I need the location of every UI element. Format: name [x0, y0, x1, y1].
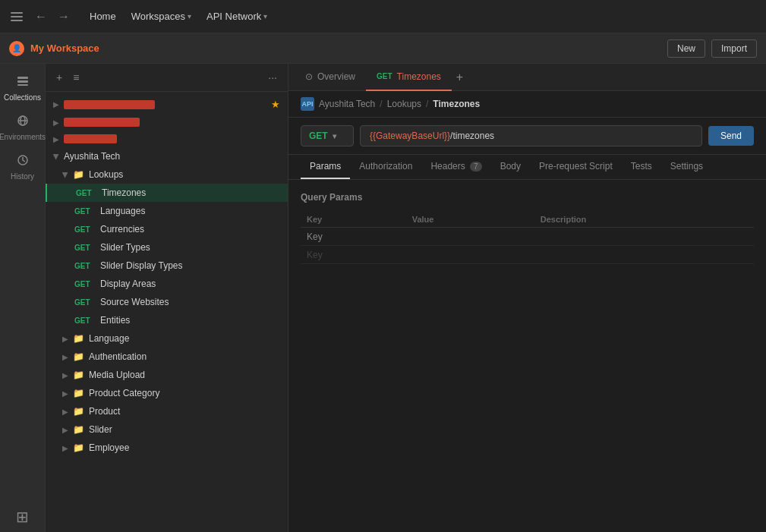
api-network-label: API Network	[206, 11, 261, 22]
list-item-source-websites[interactable]: GET Source Websites	[46, 293, 288, 311]
home-link[interactable]: Home	[84, 8, 122, 25]
chevron-right-icon: ▶	[53, 135, 59, 143]
folder-icon: 📁	[73, 442, 84, 453]
list-item-entities[interactable]: GET Entities	[46, 311, 288, 329]
param-key-placeholder[interactable]: Key	[307, 250, 323, 260]
list-item-employee[interactable]: ▶ 📁 Employee	[46, 439, 288, 457]
authorization-label: Authorization	[359, 161, 412, 172]
request-name: Currencies	[100, 224, 144, 235]
collection-name: Ayushita Tech	[64, 151, 120, 162]
tab-overview[interactable]: ⊙ Overview	[295, 64, 366, 91]
workspaces-link[interactable]: Workspaces ▾	[125, 8, 197, 25]
chevron-right-icon: ▶	[62, 426, 68, 434]
add-collection-button[interactable]: +	[53, 70, 65, 85]
sidebar-item-collections[interactable]: Collections	[5, 70, 41, 106]
folder-name: Lookups	[89, 169, 123, 180]
list-item-slider-display-types[interactable]: GET Slider Display Types	[46, 257, 288, 275]
list-item[interactable]: ▶	[46, 131, 288, 147]
tab-body[interactable]: Body	[491, 155, 530, 179]
chevron-right-icon: ▶	[62, 444, 68, 452]
chevron-down-icon: ▶	[52, 153, 61, 159]
get-badge: GET	[74, 298, 96, 307]
list-item-slider-types[interactable]: GET Slider Types	[46, 238, 288, 257]
folder-name: Product	[89, 406, 120, 417]
folder-name: Slider	[89, 424, 112, 435]
chevron-right-icon: ▶	[62, 371, 68, 379]
list-item[interactable]: ▶ ★	[46, 95, 288, 114]
tab-bar: ⊙ Overview GET Timezones +	[288, 64, 766, 91]
collections-icon	[16, 74, 30, 91]
list-item-display-areas[interactable]: GET Display Areas	[46, 275, 288, 293]
overview-icon: ⊙	[305, 71, 313, 82]
list-item[interactable]: ▶	[46, 114, 288, 131]
workspaces-chevron-icon: ▾	[188, 12, 191, 20]
sidebar-item-environments[interactable]: Environments	[5, 109, 41, 146]
history-icon	[16, 153, 30, 170]
import-button[interactable]: Import	[711, 39, 757, 58]
forward-button[interactable]: →	[55, 8, 73, 26]
list-item-media-upload[interactable]: ▶ 📁 Media Upload	[46, 366, 288, 384]
request-name: Timezones	[102, 187, 146, 198]
table-row: Key	[301, 246, 754, 264]
param-key[interactable]: Key	[307, 231, 323, 242]
breadcrumb-workspace[interactable]: Ayushita Tech	[319, 99, 375, 109]
new-button[interactable]: New	[667, 39, 705, 58]
folder-icon: 📁	[73, 169, 84, 180]
chevron-right-icon: ▶	[62, 389, 68, 398]
folder-icon: 📁	[73, 406, 84, 417]
icon-sidebar: Collections Environments History	[0, 64, 46, 532]
list-item-timezones[interactable]: GET Timezones	[46, 184, 288, 202]
tab-tests[interactable]: Tests	[622, 155, 661, 179]
tab-headers[interactable]: Headers 7	[421, 155, 490, 179]
back-button[interactable]: ←	[32, 8, 50, 26]
folder-icon: 📁	[73, 351, 84, 362]
redacted-collection	[64, 100, 155, 109]
request-name: Slider Display Types	[100, 260, 183, 271]
list-item-product-category[interactable]: ▶ 📁 Product Category	[46, 384, 288, 402]
list-item-language[interactable]: ▶ 📁 Language	[46, 329, 288, 348]
tab-prerequest[interactable]: Pre-request Script	[530, 155, 622, 179]
list-item-slider[interactable]: ▶ 📁 Slider	[46, 420, 288, 439]
tab-params[interactable]: Params	[301, 155, 350, 179]
description-column-header: Description	[534, 212, 754, 228]
svg-rect-4	[17, 80, 28, 83]
sidebar-item-new[interactable]: ⊞	[5, 503, 41, 532]
tab-authorization[interactable]: Authorization	[350, 155, 421, 179]
sidebar-toolbar: + ≡ ···	[46, 64, 288, 92]
menu-icon[interactable]	[9, 9, 24, 24]
list-item-authentication[interactable]: ▶ 📁 Authentication	[46, 348, 288, 366]
breadcrumb-folder[interactable]: Lookups	[387, 99, 421, 109]
value-column-header: Value	[406, 212, 534, 228]
list-item-lookups[interactable]: ▶ 📁 Lookups	[46, 165, 288, 184]
url-input[interactable]: {{GatewayBaseUrl}} /timezones	[360, 125, 702, 146]
environments-label: Environments	[0, 133, 46, 141]
chevron-right-icon: ▶	[62, 408, 68, 416]
folder-name: Language	[89, 333, 129, 344]
list-item-currencies[interactable]: GET Currencies	[46, 220, 288, 238]
filter-button[interactable]: ≡	[70, 70, 82, 85]
folder-icon: 📁	[73, 424, 84, 435]
workspace-user[interactable]: 👤 My Workspace	[9, 41, 99, 56]
tab-settings[interactable]: Settings	[661, 155, 712, 179]
params-label: Params	[310, 161, 341, 172]
collections-label: Collections	[4, 93, 41, 102]
list-item-product[interactable]: ▶ 📁 Product	[46, 402, 288, 420]
list-item-languages[interactable]: GET Languages	[46, 202, 288, 220]
history-label: History	[11, 172, 34, 181]
api-network-link[interactable]: API Network ▾	[200, 8, 273, 25]
folder-icon: 📁	[73, 370, 84, 380]
request-name: Languages	[100, 206, 145, 216]
tab-timezones[interactable]: GET Timezones	[366, 64, 452, 91]
sidebar-item-history[interactable]: History	[5, 149, 41, 185]
breadcrumb-sep-2: /	[426, 99, 428, 109]
chevron-right-icon: ▶	[62, 353, 68, 361]
list-item-ayushita[interactable]: ▶ Ayushita Tech	[46, 147, 288, 165]
send-button[interactable]: Send	[708, 126, 754, 146]
get-badge: GET	[76, 189, 97, 197]
folder-name: Employee	[89, 442, 129, 453]
more-options-button[interactable]: ···	[265, 70, 280, 85]
method-selector[interactable]: GET ▾	[301, 125, 354, 146]
new-tab-button[interactable]: +	[452, 71, 468, 84]
chevron-down-icon: ▶	[61, 172, 70, 178]
user-avatar: 👤	[9, 41, 24, 56]
